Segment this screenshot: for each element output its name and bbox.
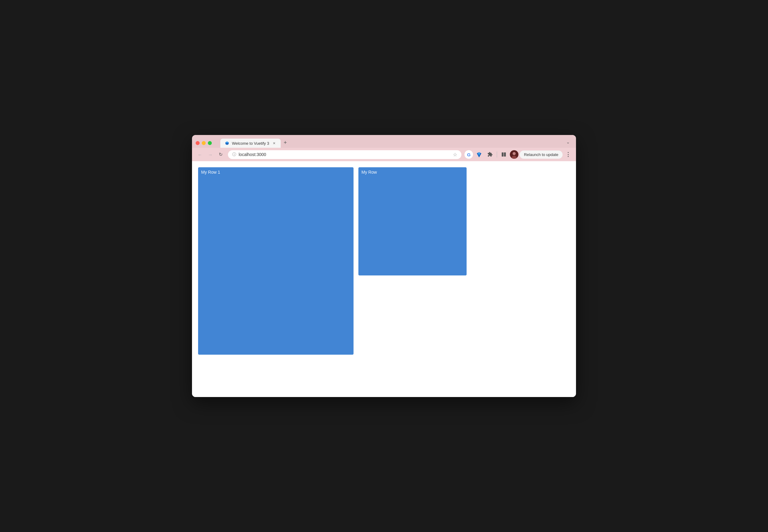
tabs-row: Welcome to Vuetify 3 ✕ +: [220, 138, 561, 148]
browser-window: Welcome to Vuetify 3 ✕ + ⌄ ← →: [192, 135, 576, 397]
traffic-lights: [196, 141, 212, 145]
more-options-button[interactable]: ⋮: [564, 150, 572, 159]
user-avatar[interactable]: [510, 150, 518, 159]
tab-title: Welcome to Vuetify 3: [232, 141, 269, 146]
row-container: My Row 1 My Row: [198, 167, 570, 355]
back-button[interactable]: ←: [196, 150, 204, 159]
tab-favicon: [225, 141, 229, 146]
close-button[interactable]: [196, 141, 200, 145]
minimize-button[interactable]: [202, 141, 206, 145]
relaunch-label: Relaunch to update: [524, 152, 558, 157]
address-bar-row: ← → ↻ ⓘ localhost:3000 ☆ G: [192, 148, 576, 161]
forward-button[interactable]: →: [206, 150, 215, 159]
page-content: My Row 1 My Row: [192, 161, 576, 397]
reload-button[interactable]: ↻: [216, 150, 225, 159]
active-tab[interactable]: Welcome to Vuetify 3 ✕: [220, 139, 281, 148]
vuetify-extension-icon[interactable]: [474, 150, 484, 159]
maximize-button[interactable]: [208, 141, 212, 145]
svg-rect-0: [502, 152, 503, 157]
toolbar-divider: [497, 151, 497, 158]
tab-close-button[interactable]: ✕: [272, 141, 276, 146]
url-display: localhost:3000: [239, 152, 450, 157]
new-tab-button[interactable]: +: [281, 138, 290, 147]
relaunch-button[interactable]: Relaunch to update: [520, 151, 563, 159]
title-bar: Welcome to Vuetify 3 ✕ + ⌄ ← →: [192, 135, 576, 161]
address-bar[interactable]: ⓘ localhost:3000 ☆: [228, 150, 461, 159]
chevron-down-button[interactable]: ⌄: [564, 138, 572, 146]
window-controls-right: ⌄: [564, 138, 572, 147]
card-1: My Row 1: [198, 167, 354, 355]
security-icon: ⓘ: [232, 152, 236, 157]
bookmark-icon[interactable]: ☆: [453, 152, 457, 158]
reader-mode-icon[interactable]: [499, 150, 509, 159]
svg-rect-1: [504, 152, 506, 157]
card-2-label: My Row: [361, 170, 377, 175]
back-icon: ←: [198, 152, 202, 157]
google-account-icon[interactable]: G: [464, 150, 473, 159]
reload-icon: ↻: [219, 152, 223, 157]
card-2: My Row: [358, 167, 467, 275]
toolbar-icons: G: [464, 150, 572, 159]
chevron-down-icon: ⌄: [566, 140, 570, 144]
forward-icon: →: [208, 152, 213, 157]
card-1-label: My Row 1: [201, 170, 220, 175]
more-options-icon: ⋮: [565, 151, 571, 158]
svg-point-3: [513, 152, 516, 155]
extensions-icon[interactable]: [485, 150, 495, 159]
